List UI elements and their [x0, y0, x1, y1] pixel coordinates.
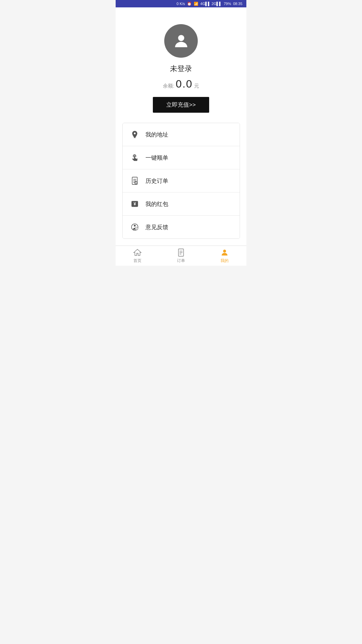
svg-point-17 [223, 250, 226, 253]
balance-label: 余额: [163, 83, 174, 89]
status-bar: 0 K/s ⏰ 📶 4G▌▌ 2G▌▌ 79% 08:35 [116, 0, 246, 7]
avatar[interactable] [164, 24, 198, 58]
feedback-icon: ? [129, 222, 140, 232]
menu-item-feedback[interactable]: ? 意见反馈 [123, 216, 240, 238]
order-history-icon [129, 175, 140, 186]
hand-icon [129, 152, 140, 163]
mine-icon [220, 248, 229, 257]
nav-item-home[interactable]: 首页 [116, 246, 159, 266]
svg-point-0 [178, 35, 184, 41]
recharge-button[interactable]: 立即充值>> [153, 97, 209, 113]
svg-text:?: ? [136, 227, 137, 230]
balance-amount: 0.0 [176, 78, 192, 90]
login-status[interactable]: 未登录 [170, 64, 192, 74]
nav-mine-label: 我的 [221, 258, 229, 264]
history-order-label: 历史订单 [145, 177, 168, 185]
feedback-label: 意见反馈 [145, 223, 168, 231]
red-packet-label: 我的红包 [145, 200, 168, 208]
menu-item-history-order[interactable]: 历史订单 [123, 169, 240, 193]
time: 08:35 [233, 2, 242, 6]
battery: 79% [224, 2, 231, 6]
red-packet-icon: ¥ [129, 199, 140, 209]
menu-card: 我的地址 一键顺单 历史订单 [122, 123, 240, 239]
svg-point-10 [134, 225, 135, 226]
balance-unit: 元 [194, 83, 199, 89]
menu-item-address[interactable]: 我的地址 [123, 123, 240, 146]
user-avatar-icon [172, 32, 190, 50]
wifi-icon: 📶 [194, 2, 198, 6]
network-speed: 0 K/s [177, 2, 185, 6]
svg-text:¥: ¥ [133, 201, 136, 206]
balance-row: 余额: 0.0 元 [163, 78, 199, 90]
location-icon [129, 129, 140, 140]
alarm-icon: ⏰ [187, 2, 192, 6]
home-icon [133, 248, 142, 257]
menu-item-one-click[interactable]: 一键顺单 [123, 146, 240, 169]
nav-item-order[interactable]: 订单 [159, 246, 203, 266]
svg-point-1 [133, 137, 136, 138]
nav-item-mine[interactable]: 我的 [203, 246, 246, 266]
one-click-label: 一键顺单 [145, 154, 168, 162]
menu-item-red-packet[interactable]: ¥ 我的红包 [123, 193, 240, 216]
bottom-nav: 首页 订单 我的 [116, 246, 246, 266]
nav-order-label: 订单 [177, 258, 185, 264]
nav-home-label: 首页 [133, 258, 141, 264]
signal-icons: 4G▌▌ 2G▌▌ [200, 2, 222, 6]
order-icon [177, 248, 185, 257]
main-content: 未登录 余额: 0.0 元 立即充值>> 我的地址 一键顺 [116, 7, 246, 246]
address-label: 我的地址 [145, 131, 168, 139]
